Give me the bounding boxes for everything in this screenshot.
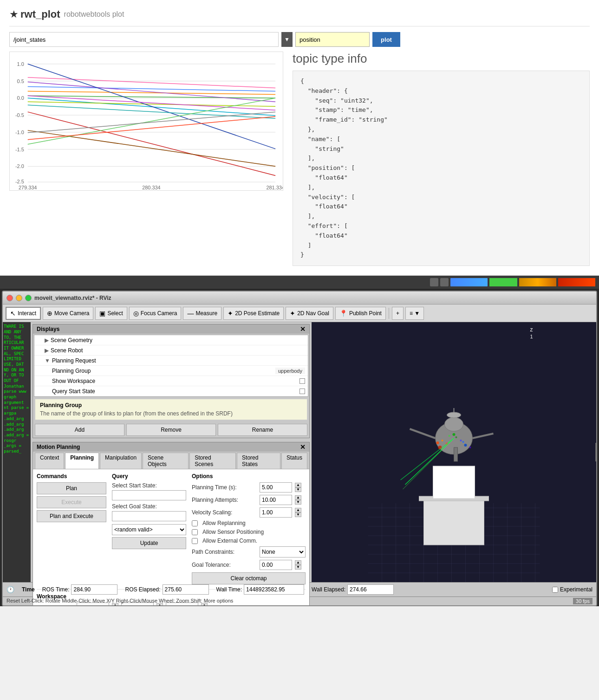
ros-elapsed-input[interactable] xyxy=(163,584,209,595)
toolbar-settings-btn[interactable]: ≡ ▼ xyxy=(405,307,424,320)
topic-info-box: { "header": { "seq": "uint32", "stamp": … xyxy=(293,71,590,266)
ros-elapsed-field: ROS Elapsed: xyxy=(125,584,208,595)
topic-input[interactable] xyxy=(9,32,279,47)
display-row-show-workspace[interactable]: Show Workspace xyxy=(34,376,308,386)
plot-button[interactable]: plot xyxy=(372,32,400,47)
show-workspace-checkbox[interactable] xyxy=(300,378,305,384)
goal-state-input[interactable] xyxy=(112,511,186,521)
svg-text:1: 1 xyxy=(530,334,533,339)
interact-btn[interactable]: ↖ Interact xyxy=(6,307,41,320)
svg-text:279.334: 279.334 xyxy=(19,185,37,190)
svg-point-71 xyxy=(453,433,456,436)
tab-scene-objects[interactable]: Scene Objects xyxy=(143,453,189,469)
topic-info: topic type info { "header": { "seq": "ui… xyxy=(293,52,590,266)
wall-time-input[interactable] xyxy=(244,584,304,595)
tab-status[interactable]: Status xyxy=(281,453,307,469)
focus-camera-label: Focus Camera xyxy=(141,310,177,317)
collapse-panel-btn[interactable]: ◀ xyxy=(595,443,596,461)
allow-external-checkbox[interactable] xyxy=(192,538,198,544)
path-constraints-select[interactable]: None xyxy=(260,546,306,557)
mini-chart-red xyxy=(558,278,595,286)
query-start-label: Query Start State xyxy=(52,388,298,395)
start-state-input[interactable] xyxy=(112,490,186,500)
query-start-checkbox[interactable] xyxy=(300,389,305,394)
measure-icon: — xyxy=(187,310,194,317)
plan-execute-btn[interactable]: Plan and Execute xyxy=(37,510,106,522)
clear-octomap-btn[interactable]: Clear octomap xyxy=(192,572,306,584)
tab-stored-scenes[interactable]: Stored Scenes xyxy=(189,453,236,469)
cursor-icon: ↖ xyxy=(10,310,16,317)
pose-icon: ✦ xyxy=(228,310,233,317)
displays-tree: ▶ Scene Geometry ▶ Scene Robot ▼ Plannin… xyxy=(34,335,308,397)
minimize-window-btn[interactable] xyxy=(16,295,22,301)
ros-time-field: ROS Time: xyxy=(42,584,118,595)
3d-viewport-svg: z 1 xyxy=(312,322,596,582)
display-row-scene-geometry: ▶ Scene Geometry xyxy=(34,335,308,345)
publish-point-btn[interactable]: 📍 Publish Point xyxy=(335,307,386,320)
select-btn[interactable]: ▣ Select xyxy=(95,307,127,320)
tab-context[interactable]: Context xyxy=(35,453,64,469)
pose-estimate-btn[interactable]: ✦ 2D Pose Estimate xyxy=(223,307,284,320)
measure-btn[interactable]: — Measure xyxy=(183,307,221,320)
field-input[interactable] xyxy=(295,32,370,47)
tab-planning[interactable]: Planning xyxy=(65,453,99,469)
goal-tol-up[interactable]: ▲ xyxy=(295,560,301,565)
update-btn[interactable]: Update xyxy=(112,537,186,549)
velocity-scaling-input[interactable] xyxy=(260,507,292,518)
velocity-scaling-up[interactable]: ▲ xyxy=(295,508,301,512)
tab-stored-states[interactable]: Stored States xyxy=(237,453,280,469)
focus-icon: ◎ xyxy=(133,310,139,317)
displays-close-btn[interactable]: ✕ xyxy=(300,325,306,333)
publish-point-label: Publish Point xyxy=(349,310,382,317)
mini-chart-yellow xyxy=(519,278,556,286)
allow-replanning-checkbox[interactable] xyxy=(192,520,198,526)
options-title: Options xyxy=(192,473,306,480)
app-star-icon: ★ xyxy=(9,8,19,20)
planning-time-up[interactable]: ▲ xyxy=(295,483,301,487)
left-panel-text: TWARE IS AND ANY TO, THE RTICULAR IT OWN… xyxy=(3,322,31,582)
add-display-btn[interactable]: Add xyxy=(35,424,124,436)
planning-attempts-down[interactable]: ▼ xyxy=(295,500,301,505)
maximize-window-btn[interactable] xyxy=(25,295,32,301)
move-camera-btn[interactable]: ⊕ Move Camera xyxy=(43,307,93,320)
velocity-scaling-row: Velocity Scaling: ▲ ▼ xyxy=(192,507,306,518)
display-row-planning-group[interactable]: Planning Group upperbody xyxy=(34,366,308,376)
time-label: Time xyxy=(22,586,35,593)
rviz-3d-view[interactable]: ◀ xyxy=(312,322,596,582)
planning-attempts-input[interactable] xyxy=(260,495,292,505)
goal-tolerance-input[interactable] xyxy=(260,560,292,570)
random-valid-select[interactable]: <random valid> xyxy=(112,524,186,535)
topic-dropdown-btn[interactable]: ▼ xyxy=(281,32,293,47)
plan-btn[interactable]: Plan xyxy=(37,482,106,494)
publish-icon: 📍 xyxy=(339,310,347,317)
velocity-scaling-down[interactable]: ▼ xyxy=(295,512,301,517)
execute-btn[interactable]: Execute xyxy=(37,496,106,508)
wall-time-label: Wall Time: xyxy=(216,586,242,593)
svg-point-72 xyxy=(456,436,457,438)
tooltip-title: Planning Group xyxy=(40,402,302,408)
tab-manipulation[interactable]: Manipulation xyxy=(100,453,142,469)
goal-tolerance-label: Goal Tolerance: xyxy=(192,562,257,568)
close-window-btn[interactable] xyxy=(7,295,13,301)
allow-sensor-checkbox[interactable] xyxy=(192,529,198,535)
focus-camera-btn[interactable]: ◎ Focus Camera xyxy=(129,307,182,320)
wall-elapsed-input[interactable] xyxy=(347,584,394,595)
experimental-checkbox[interactable] xyxy=(552,587,558,593)
goal-tol-down[interactable]: ▼ xyxy=(295,565,301,570)
planning-time-input[interactable] xyxy=(260,482,292,493)
svg-point-67 xyxy=(464,444,467,447)
nav-goal-btn[interactable]: ✦ 2D Nav Goal xyxy=(286,307,333,320)
planning-attempts-up[interactable]: ▲ xyxy=(295,495,301,500)
app-header: ★ rwt_plot robotwebtools plot xyxy=(9,5,590,26)
remove-display-btn[interactable]: Remove xyxy=(126,424,216,436)
display-row-query-start-state[interactable]: Query Start State xyxy=(34,386,308,396)
start-state-label: Select Start State: xyxy=(112,482,186,489)
ros-elapsed-label: ROS Elapsed: xyxy=(125,586,160,593)
displays-panel: Displays ✕ ▶ Scene Geometry ▶ Scene Robo… xyxy=(33,324,310,438)
ros-time-input[interactable] xyxy=(71,584,117,595)
planning-time-down[interactable]: ▼ xyxy=(295,487,301,492)
temp-icon xyxy=(430,278,438,286)
add-toolbar-btn[interactable]: + xyxy=(392,307,404,320)
motion-panel-close-btn[interactable]: ✕ xyxy=(300,443,306,451)
rename-display-btn[interactable]: Rename xyxy=(218,424,307,436)
